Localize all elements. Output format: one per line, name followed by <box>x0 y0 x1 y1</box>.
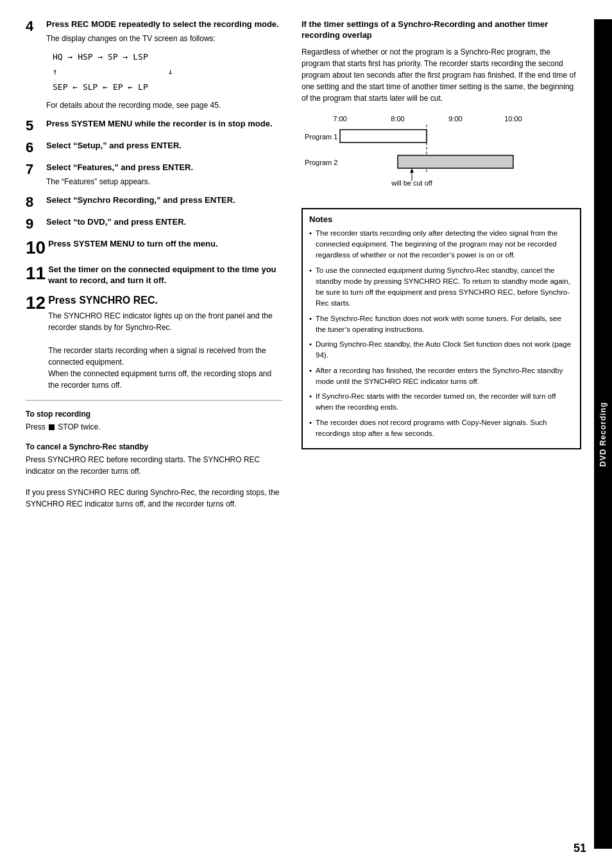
note-1: The recorder starts recording only after… <box>309 228 574 261</box>
divider <box>26 400 282 401</box>
right-column: If the timer settings of a Synchro-Recor… <box>295 19 581 849</box>
overlap-body: Regardless of whether or not the program… <box>302 46 581 104</box>
step-7: 7 Select “Features,” and press ENTER. Th… <box>26 162 282 187</box>
step-7-title: Select “Features,” and press ENTER. <box>46 162 282 173</box>
step-12-body: The SYNCHRO REC indicator lights up on t… <box>48 310 282 391</box>
step-4-title: Press REC MODE repeatedly to select the … <box>46 19 282 30</box>
step-10-content: Press SYSTEM MENU to turn off the menu. <box>48 239 282 250</box>
cancel-standby-body1: Press SYNCHRO REC before recording start… <box>26 454 282 477</box>
step-number-8: 8 <box>26 195 44 209</box>
page: 4 Press REC MODE repeatedly to select th… <box>0 0 612 868</box>
program2-bar <box>398 155 513 168</box>
program2-label: Program 2 <box>305 159 337 166</box>
stop-recording-title: To stop recording <box>26 410 282 419</box>
step-number-6: 6 <box>26 141 44 155</box>
time-label-1000: 10:00 <box>504 115 522 123</box>
notes-title: Notes <box>309 214 574 224</box>
step-4-details: For details about the recording mode, se… <box>46 100 282 111</box>
mode-diagram: HQ → HSP → SP → LSP ↑ ↓ SEP ← SLP ← EP ←… <box>53 49 282 94</box>
step-11-title: Set the timer on the connected equipment… <box>48 265 282 286</box>
step-number-10: 10 <box>26 239 46 257</box>
cut-arrowhead <box>410 168 414 173</box>
step-9: 9 Select “to DVD,” and press ENTER. <box>26 217 282 231</box>
note-2: To use the connected equipment during Sy… <box>309 265 574 309</box>
time-label-700: 7:00 <box>333 115 346 123</box>
step-11: 11 Set the timer on the connected equipm… <box>26 265 282 286</box>
step-12: 12 Press SYNCHRO REC. The SYNCHRO REC in… <box>26 294 282 391</box>
step-10-title: Press SYSTEM MENU to turn off the menu. <box>48 239 282 250</box>
note-6: If Synchro-Rec starts with the recorder … <box>309 391 574 413</box>
step-number-4: 4 <box>26 19 44 33</box>
step-10: 10 Press SYSTEM MENU to turn off the men… <box>26 239 282 257</box>
cancel-standby-body2: If you press SYNCHRO REC during Synchro-… <box>26 487 282 510</box>
step-number-5: 5 <box>26 119 44 133</box>
step-4-body: The display changes on the TV screen as … <box>46 33 282 44</box>
step-7-body: The “Features” setup appears. <box>46 176 282 187</box>
step-number-12: 12 <box>26 294 46 312</box>
stop-recording-body: Press STOP twice. <box>26 421 282 433</box>
step-11-content: Set the timer on the connected equipment… <box>48 265 282 286</box>
step-7-content: Select “Features,” and press ENTER. The … <box>46 162 282 187</box>
notes-box: Notes The recorder starts recording only… <box>302 208 581 449</box>
time-label-800: 8:00 <box>391 115 404 123</box>
step-9-title: Select “to DVD,” and press ENTER. <box>46 217 282 228</box>
program1-bar <box>340 130 427 143</box>
timer-chart: 7:00 8:00 9:00 10:00 Program 1 Program 2 <box>302 112 581 195</box>
program1-label: Program 1 <box>305 133 337 141</box>
step-number-11: 11 <box>26 265 46 282</box>
stop-icon <box>49 424 55 430</box>
page-number: 51 <box>574 842 586 855</box>
note-4: During Synchro-Rec standby, the Auto Clo… <box>309 339 574 361</box>
step-8-content: Select “Synchro Recording,” and press EN… <box>46 195 282 206</box>
step-6: 6 Select “Setup,” and press ENTER. <box>26 141 282 155</box>
chart-svg: 7:00 8:00 9:00 10:00 Program 1 Program 2 <box>302 112 545 195</box>
note-5: After a recording has finished, the reco… <box>309 365 574 388</box>
note-3: The Synchro-Rec function does not work w… <box>309 313 574 336</box>
cancel-standby-title: To cancel a Synchro-Rec standby <box>26 442 282 451</box>
left-column: 4 Press REC MODE repeatedly to select th… <box>26 19 295 849</box>
step-8-title: Select “Synchro Recording,” and press EN… <box>46 195 282 206</box>
side-tab: DVD Recording <box>594 19 612 849</box>
step-12-content: Press SYNCHRO REC. The SYNCHRO REC indic… <box>48 294 282 391</box>
step-6-title: Select “Setup,” and press ENTER. <box>46 141 282 152</box>
notes-list: The recorder starts recording only after… <box>309 228 574 439</box>
step-5: 5 Press SYSTEM MENU while the recorder i… <box>26 119 282 133</box>
main-content: 4 Press REC MODE repeatedly to select th… <box>0 19 594 849</box>
step-4: 4 Press REC MODE repeatedly to select th… <box>26 19 282 111</box>
step-5-title: Press SYSTEM MENU while the recorder is … <box>46 119 282 130</box>
overlap-title: If the timer settings of a Synchro-Recor… <box>302 19 581 41</box>
step-number-9: 9 <box>26 217 44 231</box>
step-number-7: 7 <box>26 162 44 177</box>
step-6-content: Select “Setup,” and press ENTER. <box>46 141 282 152</box>
step-4-content: Press REC MODE repeatedly to select the … <box>46 19 282 111</box>
step-12-title: Press SYNCHRO REC. <box>48 294 282 308</box>
time-label-900: 9:00 <box>448 115 462 123</box>
step-9-content: Select “to DVD,” and press ENTER. <box>46 217 282 228</box>
step-8: 8 Select “Synchro Recording,” and press … <box>26 195 282 209</box>
step-5-content: Press SYSTEM MENU while the recorder is … <box>46 119 282 130</box>
note-7: The recorder does not record programs wi… <box>309 417 574 440</box>
